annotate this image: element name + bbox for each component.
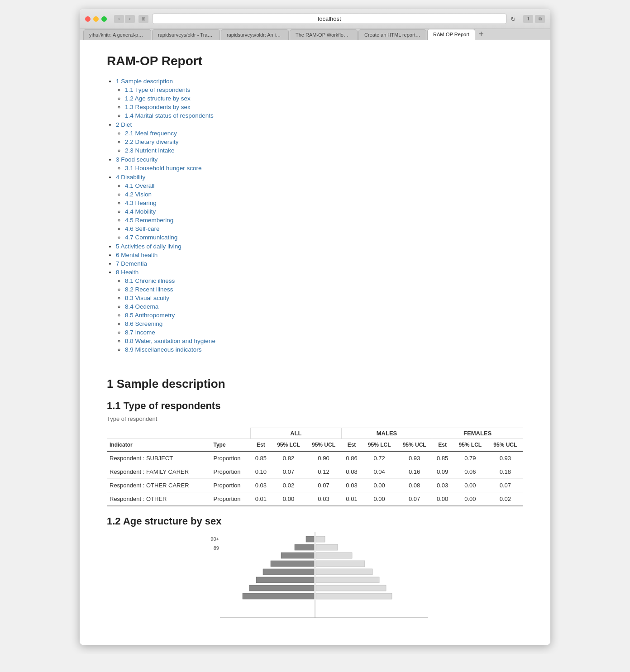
toc-link-8-4[interactable]: 8.4 Oedema — [125, 303, 158, 310]
tab-1[interactable]: rapidsurveys/oldr - Travis CI — [152, 29, 220, 40]
back-button[interactable]: ‹ — [114, 15, 124, 23]
toc-link-3[interactable]: 3 Food security — [116, 156, 158, 163]
new-tab-button[interactable]: + — [476, 29, 487, 39]
title-bar: ‹ › ⊞ localhost ↻ ⬆ ⧉ — [80, 9, 550, 29]
toc-link-2-2[interactable]: 2.2 Dietary diversity — [125, 138, 179, 145]
toc-link-4-5[interactable]: 4.5 Remembering — [125, 217, 173, 224]
toc-link-8-7[interactable]: 8.7 Income — [125, 329, 155, 336]
y-label-90plus: 90+ — [210, 536, 219, 542]
toc-link-4[interactable]: 4 Disability — [116, 174, 145, 181]
cell-type: Proportion — [210, 479, 250, 492]
browser-window: ‹ › ⊞ localhost ↻ ⬆ ⧉ yihui/knitr: A gen… — [80, 9, 550, 645]
toc-link-7[interactable]: 7 Dementia — [116, 260, 147, 267]
bar-male-90 — [306, 536, 314, 542]
bar-female-75 — [316, 569, 372, 575]
cell-all-est: 0.10 — [251, 465, 272, 479]
maximize-button[interactable] — [101, 16, 107, 22]
age-pyramid-svg: 90+ 89 — [197, 532, 433, 622]
cell-indicator: Respondent : OTHER — [107, 492, 210, 506]
col-m-est: Est — [341, 439, 362, 452]
toc-link-8[interactable]: 8 Health — [116, 269, 138, 276]
cell-f-lcl: 0.00 — [453, 492, 487, 506]
toc-link-2-3[interactable]: 2.3 Nutrient intake — [125, 147, 175, 154]
toc-link-4-6[interactable]: 4.6 Self-care — [125, 225, 160, 232]
cell-m-lcl: 0.04 — [362, 465, 397, 479]
table-row: Respondent : SUBJECT Proportion 0.85 0.8… — [107, 451, 523, 465]
toc-link-1-1[interactable]: 1.1 Type of respondents — [125, 86, 191, 93]
share-button[interactable]: ⬆ — [523, 15, 533, 23]
new-tab-icon-button[interactable]: ⧉ — [535, 15, 545, 23]
section-1-1-subtitle: Type of respondent — [107, 415, 523, 422]
respondent-type-table: ALL MALES FEMALES Indicator Type Est 95%… — [107, 428, 523, 506]
toc-link-2-1[interactable]: 2.1 Meal frequency — [125, 130, 177, 137]
reload-button[interactable]: ↻ — [511, 15, 516, 23]
bar-female-90 — [316, 536, 325, 542]
cell-all-lcl: 0.07 — [271, 465, 306, 479]
cell-f-est: 0.09 — [432, 465, 453, 479]
table-of-contents: 1 Sample description 1.1 Type of respond… — [107, 77, 523, 353]
cell-f-est: 0.85 — [432, 451, 453, 465]
bar-male-60 — [243, 593, 314, 599]
table-all-header: ALL — [251, 428, 342, 439]
toc-link-8-3[interactable]: 8.3 Visual acuity — [125, 295, 169, 301]
cell-type: Proportion — [210, 451, 250, 465]
cell-f-ucl: 0.18 — [487, 465, 523, 479]
col-m-lcl: 95% LCL — [362, 439, 397, 452]
col-all-est: Est — [251, 439, 272, 452]
toc-link-1-3[interactable]: 1.3 Respondents by sex — [125, 104, 191, 110]
cell-all-ucl: 0.07 — [306, 479, 341, 492]
toc-link-1-2[interactable]: 1.2 Age structure by sex — [125, 95, 191, 102]
address-bar[interactable]: localhost — [152, 14, 507, 24]
toc-link-8-8[interactable]: 8.8 Water, sanitation and hygiene — [125, 338, 215, 344]
tab-0[interactable]: yihui/knitr: A general-purpose tool... — [83, 29, 151, 40]
toc-link-8-1[interactable]: 8.1 Chronic illness — [125, 277, 175, 284]
cell-indicator: Respondent : OTHER CARER — [107, 479, 210, 492]
cell-m-ucl: 0.08 — [397, 479, 432, 492]
cell-all-est: 0.01 — [251, 492, 272, 506]
bar-male-70 — [256, 577, 314, 583]
toc-link-6[interactable]: 6 Mental health — [116, 252, 158, 258]
cell-all-ucl: 0.12 — [306, 465, 341, 479]
minimize-button[interactable] — [93, 16, 99, 22]
toc-link-4-7[interactable]: 4.7 Communicating — [125, 234, 177, 241]
toc-link-1[interactable]: 1 Sample description — [116, 78, 173, 85]
close-button[interactable] — [85, 16, 91, 22]
toc-link-4-1[interactable]: 4.1 Overall — [125, 182, 154, 189]
col-indicator: Indicator — [107, 439, 210, 452]
forward-button[interactable]: › — [125, 15, 135, 23]
cell-f-ucl: 0.07 — [487, 479, 523, 492]
toc-link-1-4[interactable]: 1.4 Marital status of respondents — [125, 112, 214, 119]
tab-4[interactable]: Create an HTML report document... — [358, 29, 426, 40]
section-1-1-heading: 1.1 Type of respondents — [107, 400, 523, 412]
toc-link-3-1[interactable]: 3.1 Household hunger score — [125, 165, 202, 172]
nav-buttons: ‹ › — [114, 15, 135, 23]
toc-link-4-2[interactable]: 4.2 Vision — [125, 191, 152, 198]
toc-link-8-5[interactable]: 8.5 Anthropometry — [125, 312, 175, 319]
tab-5[interactable]: RAM-OP Report — [427, 29, 475, 40]
bar-male-89 — [295, 544, 314, 550]
age-pyramid-chart: 90+ 89 — [107, 532, 523, 622]
tab-3[interactable]: The RAM-OP Workflow + oldr — [290, 29, 358, 40]
cell-m-lcl: 0.72 — [362, 451, 397, 465]
toc-link-8-6[interactable]: 8.6 Screening — [125, 320, 162, 327]
sidebar-toggle-button[interactable]: ⊞ — [138, 15, 148, 23]
divider-1 — [107, 364, 523, 364]
toc-link-8-2[interactable]: 8.2 Recent illness — [125, 286, 173, 293]
bar-female-85 — [316, 553, 352, 558]
toc-link-5[interactable]: 5 Activities of daily living — [116, 243, 181, 250]
section-1-heading: 1 Sample description — [107, 377, 523, 391]
bar-female-89 — [316, 544, 338, 550]
tab-2[interactable]: rapidsurveys/oldr: An implementat... — [221, 29, 289, 40]
cell-m-est: 0.03 — [341, 479, 362, 492]
col-all-ucl: 95% UCL — [306, 439, 341, 452]
toc-link-8-9[interactable]: 8.9 Miscellaneous indicators — [125, 346, 202, 353]
page-content: RAM-OP Report 1 Sample description 1.1 T… — [80, 40, 550, 645]
toc-link-4-4[interactable]: 4.4 Mobility — [125, 208, 156, 215]
cell-f-lcl: 0.06 — [453, 465, 487, 479]
col-f-ucl: 95% UCL — [487, 439, 523, 452]
cell-all-lcl: 0.82 — [271, 451, 306, 465]
toc-link-4-3[interactable]: 4.3 Hearing — [125, 200, 157, 206]
toc-link-2[interactable]: 2 Diet — [116, 121, 132, 128]
cell-m-ucl: 0.93 — [397, 451, 432, 465]
cell-indicator: Respondent : SUBJECT — [107, 451, 210, 465]
